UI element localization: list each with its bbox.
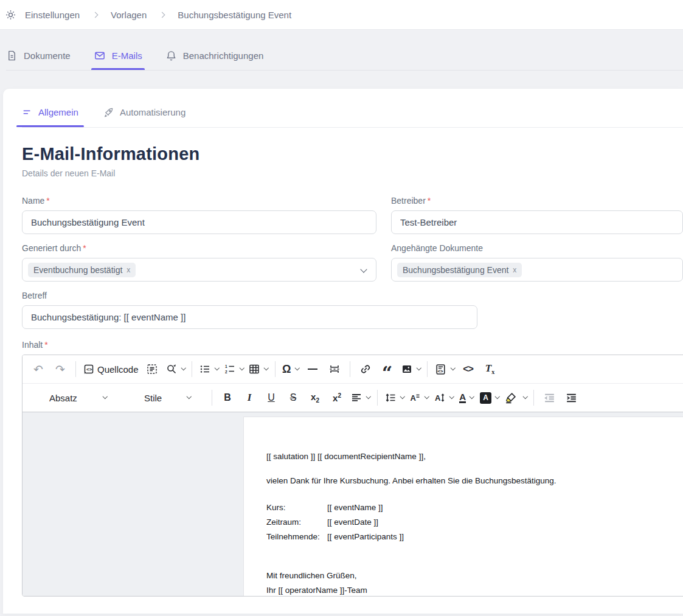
content-spacer	[266, 544, 683, 569]
bold-icon: B	[224, 392, 231, 403]
row-label: Kurs:	[266, 500, 327, 515]
chevron-down-icon	[239, 365, 244, 370]
outdent-icon	[543, 392, 556, 404]
strikethrough-button[interactable]: S	[282, 387, 304, 409]
superscript-icon: x2	[333, 392, 341, 403]
text-alignment-button[interactable]	[348, 387, 373, 409]
required-marker: *	[83, 243, 86, 253]
insert-image-button[interactable]	[398, 358, 423, 380]
content-paragraph: vielen Dank für Ihre Kursbuchung. Anbei …	[266, 476, 683, 486]
chevron-down-icon	[294, 365, 299, 370]
subtab-automatisierung[interactable]: Automatisierung	[103, 106, 185, 127]
tag-remove-icon[interactable]: x	[127, 266, 130, 274]
editor-content-page[interactable]: [[ salutation ]] [[ documentRecipientNam…	[243, 417, 683, 596]
strikethrough-icon: S	[290, 392, 297, 403]
toolbar-separator	[75, 361, 76, 377]
rich-text-editor: ↶ ↷ <> Quellcode	[22, 355, 683, 597]
generiert-durch-select[interactable]: Eventbuchung bestätigt x	[22, 258, 376, 282]
bold-button[interactable]: B	[217, 387, 238, 409]
styles-label: Stile	[144, 393, 162, 403]
numbered-list-button[interactable]: 1 2	[221, 358, 246, 380]
redo-button[interactable]: ↷	[49, 358, 71, 380]
main-tabstrip: Dokumente E-Mails Benachrichtigungen	[0, 30, 683, 71]
content-signature: Ihr [[ operatorName ]]-Team	[266, 583, 683, 596]
chevron-down-icon	[102, 394, 107, 399]
font-size-icon: A	[434, 392, 446, 404]
tab-benachrichtigungen[interactable]: Benachrichtigungen	[165, 50, 264, 70]
svg-text:2: 2	[225, 370, 227, 374]
chevron-down-icon	[215, 365, 220, 370]
insert-table-button[interactable]	[246, 358, 271, 380]
tab-dokumente[interactable]: Dokumente	[6, 50, 71, 70]
toolbar-separator	[427, 361, 428, 377]
italic-button[interactable]: I	[238, 387, 260, 409]
chevron-down-icon	[400, 394, 404, 399]
code-button[interactable]: <>	[457, 358, 479, 380]
chevron-down-icon	[366, 394, 371, 399]
bulleted-list-button[interactable]	[196, 358, 221, 380]
svg-text:<>: <>	[438, 369, 444, 374]
font-size-button[interactable]: A	[431, 387, 456, 409]
tag-remove-icon[interactable]: x	[513, 266, 516, 274]
row-value: [[ eventParticipants ]]	[327, 530, 404, 544]
highlight-marker-icon	[504, 392, 517, 404]
superscript-button[interactable]: x2	[326, 387, 348, 409]
betreiber-input[interactable]	[391, 210, 683, 234]
chevron-down-icon	[425, 394, 429, 399]
generiert-durch-label: Generiert durch*	[22, 243, 376, 253]
angehaengte-dokumente-select[interactable]: Buchungsbestätigung Event x	[391, 258, 683, 282]
source-code-button[interactable]: <> Quellcode	[80, 358, 141, 380]
subtabs-divider	[22, 127, 683, 128]
toolbar-separator	[275, 361, 276, 377]
remove-format-icon: Tx	[485, 362, 494, 375]
chevron-down-icon	[522, 394, 527, 399]
subscript-button[interactable]: x2	[304, 387, 326, 409]
redo-icon: ↷	[55, 362, 65, 376]
chevron-down-icon	[181, 365, 185, 370]
remove-format-button[interactable]: Tx	[479, 358, 501, 380]
link-icon	[359, 363, 372, 375]
name-input[interactable]	[22, 210, 376, 234]
breadcrumb-vorlagen[interactable]: Vorlagen	[111, 10, 147, 20]
font-color-button[interactable]: A	[456, 387, 477, 409]
toolbar-separator	[533, 390, 534, 406]
editor-toolbar-row1: ↶ ↷ <> Quellcode	[23, 355, 683, 384]
highlight-button[interactable]	[502, 387, 530, 409]
select-all-button[interactable]	[141, 358, 163, 380]
horizontal-line-button[interactable]	[302, 358, 324, 380]
html-embed-button[interactable]: <>	[432, 358, 457, 380]
font-background-button[interactable]: A	[477, 387, 502, 409]
row-label: Teilnehmende:	[266, 530, 327, 544]
svg-text:1: 1	[225, 364, 227, 369]
paragraph-format-dropdown[interactable]: Absatz	[42, 387, 114, 409]
subtab-allgemein[interactable]: Allgemein	[22, 106, 78, 127]
line-height-button[interactable]	[382, 387, 407, 409]
special-characters-button[interactable]: Ω	[280, 358, 302, 380]
underline-button[interactable]: U	[260, 387, 282, 409]
outdent-button[interactable]	[538, 387, 560, 409]
indent-button[interactable]	[560, 387, 582, 409]
chevron-down-icon	[449, 394, 454, 399]
toolbar-separator	[192, 361, 192, 377]
page-break-button[interactable]	[324, 358, 345, 380]
page-subtitle: Details der neuen E-Mail	[22, 168, 683, 178]
link-button[interactable]	[355, 358, 376, 380]
tab-emails[interactable]: E-Mails	[94, 50, 142, 70]
breadcrumb-einstellungen[interactable]: Einstellungen	[25, 10, 80, 20]
content-closing: Mit freundlichen Grüßen,	[266, 569, 683, 583]
svg-text:A: A	[411, 393, 417, 403]
subtabs: Allgemein Automatisierung	[22, 89, 683, 127]
font-family-button[interactable]: A	[406, 387, 431, 409]
find-replace-button[interactable]	[163, 358, 188, 380]
block-quote-button[interactable]: “	[376, 358, 398, 380]
undo-icon: ↶	[33, 362, 43, 376]
styles-dropdown[interactable]: Stile	[137, 387, 198, 409]
paragraph-format-label: Absatz	[49, 393, 77, 403]
editor-canvas: [[ salutation ]] [[ documentRecipientNam…	[23, 412, 683, 596]
undo-button[interactable]: ↶	[27, 358, 49, 380]
app-header: Einstellungen Vorlagen Buchungsbestätigu…	[0, 0, 683, 30]
betreff-input[interactable]	[22, 305, 477, 329]
chevron-down-icon	[451, 365, 456, 370]
find-replace-icon	[165, 363, 178, 375]
font-family-icon: A	[409, 392, 421, 404]
